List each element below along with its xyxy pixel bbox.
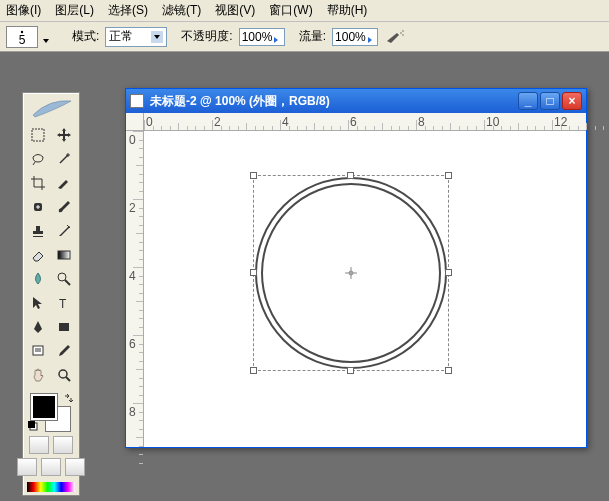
ruler-v-label: 0 <box>129 133 136 147</box>
tool-zoom[interactable] <box>52 364 76 386</box>
menu-view[interactable]: 视图(V) <box>215 2 255 19</box>
ruler-v-label: 6 <box>129 337 136 351</box>
ruler-v-label: 4 <box>129 269 136 283</box>
tool-stamp[interactable] <box>26 220 50 242</box>
transform-handle-s[interactable] <box>347 367 354 374</box>
tool-healing-brush[interactable] <box>26 196 50 218</box>
menu-help[interactable]: 帮助(H) <box>327 2 368 19</box>
tool-gradient[interactable] <box>52 244 76 266</box>
brush-dot-icon <box>8 28 36 38</box>
tool-marquee[interactable] <box>26 124 50 146</box>
transform-handle-ne[interactable] <box>445 172 452 179</box>
transform-handle-n[interactable] <box>347 172 354 179</box>
menu-window[interactable]: 窗口(W) <box>269 2 312 19</box>
opacity-value: 100% <box>242 30 273 44</box>
blend-mode-value: 正常 <box>109 28 133 45</box>
color-ramp[interactable] <box>27 482 75 492</box>
title-bar[interactable]: 未标题-2 @ 100% (外圈，RGB/8) _ □ × <box>126 89 586 113</box>
color-swatches[interactable] <box>27 392 75 432</box>
chevron-right-icon <box>274 32 281 42</box>
menu-select[interactable]: 选择(S) <box>108 2 148 19</box>
transform-center-icon[interactable] <box>345 267 357 279</box>
tool-magic-wand[interactable] <box>52 148 76 170</box>
canvas[interactable] <box>144 131 586 447</box>
chevron-down-icon <box>43 32 49 46</box>
svg-point-3 <box>402 34 403 35</box>
brush-preset-picker[interactable]: 5 <box>6 26 38 48</box>
swap-colors-icon[interactable] <box>63 392 75 404</box>
minimize-button[interactable]: _ <box>518 92 538 110</box>
transform-handle-nw[interactable] <box>250 172 257 179</box>
svg-point-11 <box>59 370 67 378</box>
document-title: 未标题-2 @ 100% (外圈，RGB/8) <box>150 93 512 110</box>
workspace: T 未标题-2 @ 100% (外圈，RGB/8) <box>0 52 609 501</box>
tool-shape[interactable] <box>52 316 76 338</box>
menu-bar: 图像(I) 图层(L) 选择(S) 滤镜(T) 视图(V) 窗口(W) 帮助(H… <box>0 0 609 22</box>
svg-point-0 <box>21 30 23 32</box>
quick-mask-button[interactable] <box>53 436 73 454</box>
tool-dodge[interactable] <box>52 268 76 290</box>
tool-slice[interactable] <box>52 172 76 194</box>
svg-point-2 <box>402 30 403 31</box>
menu-image[interactable]: 图像(I) <box>6 2 41 19</box>
options-bar: 5 模式: 正常 不透明度: 100% 流量: 100% <box>0 22 609 52</box>
transform-handle-sw[interactable] <box>250 367 257 374</box>
tool-move[interactable] <box>52 124 76 146</box>
svg-point-1 <box>400 32 401 33</box>
document-body: 024681012 02468 <box>126 113 586 447</box>
transform-handle-e[interactable] <box>445 269 452 276</box>
transform-handle-w[interactable] <box>250 269 257 276</box>
app-logo <box>27 96 75 120</box>
tool-pen[interactable] <box>26 316 50 338</box>
maximize-button[interactable]: □ <box>540 92 560 110</box>
quick-mask-row <box>29 436 73 454</box>
chevron-down-icon <box>151 31 163 43</box>
svg-rect-6 <box>58 251 70 259</box>
feather-icon <box>29 97 73 119</box>
ruler-horizontal[interactable]: 024681012 <box>144 113 586 131</box>
tool-hand[interactable] <box>26 364 50 386</box>
default-colors-icon[interactable] <box>27 420 39 432</box>
blend-mode-select[interactable]: 正常 <box>105 27 167 47</box>
flow-value: 100% <box>335 30 366 44</box>
svg-text:T: T <box>59 297 67 311</box>
screen-full-menu-button[interactable] <box>41 458 61 476</box>
tool-eraser[interactable] <box>26 244 50 266</box>
tool-notes[interactable] <box>26 340 50 362</box>
ruler-corner <box>126 113 144 131</box>
tool-history-brush[interactable] <box>52 220 76 242</box>
close-button[interactable]: × <box>562 92 582 110</box>
ruler-v-label: 2 <box>129 201 136 215</box>
transform-bounding-box[interactable] <box>253 175 449 371</box>
screen-mode-row <box>17 458 85 476</box>
screen-full-button[interactable] <box>65 458 85 476</box>
tool-crop[interactable] <box>26 172 50 194</box>
foreground-color-swatch[interactable] <box>31 394 57 420</box>
svg-point-7 <box>58 273 66 281</box>
tool-lasso[interactable] <box>26 148 50 170</box>
standard-mode-button[interactable] <box>29 436 49 454</box>
flow-label: 流量: <box>299 28 326 45</box>
tool-grid: T <box>26 124 76 386</box>
chevron-right-icon <box>368 32 375 42</box>
svg-rect-13 <box>28 421 35 428</box>
screen-standard-button[interactable] <box>17 458 37 476</box>
opacity-input[interactable]: 100% <box>239 28 285 46</box>
svg-rect-9 <box>59 323 69 331</box>
menu-layer[interactable]: 图层(L) <box>55 2 94 19</box>
document-window: 未标题-2 @ 100% (外圈，RGB/8) _ □ × 024681012 … <box>125 88 587 448</box>
opacity-label: 不透明度: <box>181 28 232 45</box>
flow-input[interactable]: 100% <box>332 28 378 46</box>
tool-brush[interactable] <box>52 196 76 218</box>
tool-path-select[interactable] <box>26 292 50 314</box>
tool-eyedropper[interactable] <box>52 340 76 362</box>
menu-filter[interactable]: 滤镜(T) <box>162 2 201 19</box>
window-buttons: _ □ × <box>518 92 582 110</box>
airbrush-toggle[interactable] <box>384 28 406 46</box>
transform-handle-se[interactable] <box>445 367 452 374</box>
tool-type[interactable]: T <box>52 292 76 314</box>
ruler-vertical[interactable]: 02468 <box>126 131 144 447</box>
airbrush-icon <box>385 29 405 45</box>
ruler-v-label: 8 <box>129 405 136 419</box>
tool-blur[interactable] <box>26 268 50 290</box>
